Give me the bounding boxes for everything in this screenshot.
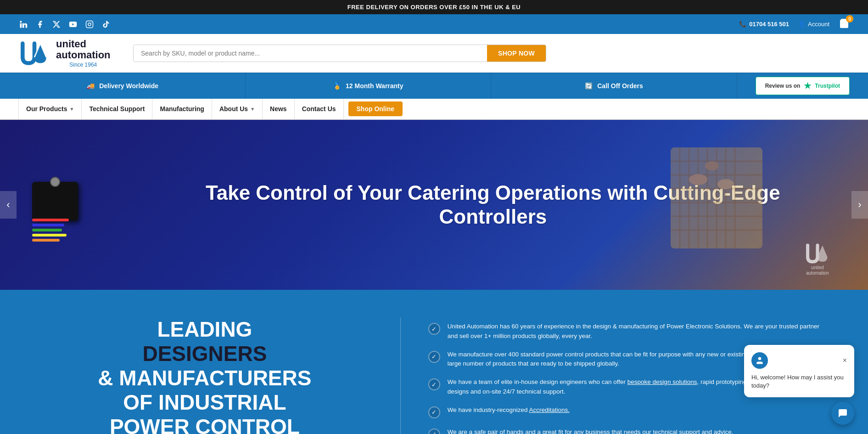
nav-bar: Our Products ▼ Technical Support Manufac…: [0, 99, 868, 120]
main-header: united automation Since 1964 SHOP NOW: [0, 34, 868, 73]
nav-contact-label: Contact Us: [302, 105, 336, 113]
right-actions: 📞 01704 516 501 👤 Account 0: [739, 18, 850, 30]
content-section: LEADING DESIGNERS & MANUFACTURERS OF IND…: [0, 290, 868, 434]
svg-point-24: [758, 357, 762, 360]
phone-text: 01704 516 501: [749, 21, 789, 28]
nav-news-label: News: [270, 105, 287, 113]
chat-bubble-button[interactable]: [831, 402, 854, 425]
check-text-1: United Automation has 60 years of experi…: [448, 322, 831, 341]
nav-item-technical-support[interactable]: Technical Support: [82, 99, 152, 119]
review-text: Review us on: [765, 83, 801, 89]
cart-count: 0: [846, 15, 853, 23]
nav-products-label: Our Products: [26, 105, 67, 113]
feature-calloff[interactable]: 🔄 Call Off Orders: [491, 73, 737, 99]
check-item-1: ✓ United Automation has 60 years of expe…: [428, 322, 831, 341]
hero-banner: ‹: [0, 120, 868, 290]
trustpilot-brand: Trustpilot: [815, 83, 840, 89]
trustpilot-star-icon: ★: [804, 81, 811, 91]
svg-point-22: [705, 161, 719, 170]
check-icon-5: ✓: [428, 428, 440, 434]
chat-widget: × Hi, welcome! How may I assist you toda…: [744, 345, 854, 397]
user-icon: 👤: [798, 21, 806, 28]
svg-point-21: [689, 174, 707, 185]
phone-number[interactable]: 📞 01704 516 501: [739, 21, 789, 28]
leading-line-4: OF INDUSTRIAL: [98, 390, 311, 415]
check-icon-3: ✓: [428, 378, 440, 390]
chevron-down-icon: ▼: [69, 107, 74, 112]
nav-about-label: About Us: [219, 105, 248, 113]
social-icons-group: [18, 19, 111, 29]
social-contact-bar: 📞 01704 516 501 👤 Account 0: [0, 14, 868, 34]
svg-rect-3: [86, 21, 93, 28]
feature-bar: 🚚 Delivery Worldwide 🏅 12 Month Warranty…: [0, 73, 868, 99]
hero-product-image: [28, 159, 119, 251]
linkedin-icon[interactable]: [18, 19, 28, 29]
check-icon-2: ✓: [428, 351, 440, 363]
phone-icon: 📞: [739, 21, 746, 28]
nav-technical-label: Technical Support: [89, 105, 145, 113]
svg-point-5: [91, 22, 92, 23]
logo-text: united automation Since 1964: [56, 39, 111, 68]
bespoke-link[interactable]: bespoke design solutions: [627, 378, 697, 385]
chat-message: Hi, welcome! How may I assist you today?: [751, 373, 847, 390]
leading-text-section: LEADING DESIGNERS & MANUFACTURERS OF IND…: [37, 317, 373, 434]
tiktok-icon[interactable]: [101, 19, 111, 29]
hero-next-button[interactable]: ›: [851, 191, 868, 219]
svg-rect-0: [20, 21, 22, 23]
search-bar: SHOP NOW: [133, 45, 546, 62]
chat-header: ×: [751, 352, 847, 369]
chevron-down-icon-2: ▼: [250, 107, 255, 112]
chat-close-button[interactable]: ×: [843, 356, 847, 365]
svg-rect-1: [20, 23, 22, 28]
nav-shop-online-label: Shop Online: [357, 105, 394, 113]
feature-warranty[interactable]: 🏅 12 Month Warranty: [246, 73, 491, 99]
nav-item-shop-online[interactable]: Shop Online: [348, 101, 403, 116]
nav-item-products[interactable]: Our Products ▼: [18, 99, 82, 119]
check-icon-4: ✓: [428, 406, 440, 418]
check-text-5: We are a safe pair of hands and a great …: [448, 428, 734, 434]
feature-warranty-label: 12 Month Warranty: [346, 82, 403, 90]
nav-manufacturing-label: Manufacturing: [160, 105, 204, 113]
nav-item-news[interactable]: News: [263, 99, 295, 119]
badge-icon: 🏅: [333, 82, 341, 90]
check-item-5: ✓ We are a safe pair of hands and a grea…: [428, 428, 831, 434]
svg-point-23: [717, 179, 734, 189]
announcement-text: FREE DELIVERY ON ORDERS OVER £50 IN THE …: [347, 4, 521, 11]
shop-now-button[interactable]: SHOP NOW: [487, 45, 546, 62]
youtube-icon[interactable]: [68, 19, 78, 29]
truck-icon: 🚚: [87, 82, 95, 90]
nav-item-about[interactable]: About Us ▼: [212, 99, 263, 119]
check-text-4: We have industry-recognized Accreditatio…: [448, 406, 570, 415]
instagram-icon[interactable]: [84, 19, 95, 29]
account-label: Account: [808, 21, 829, 28]
twitter-x-icon[interactable]: [51, 19, 62, 29]
brand-since: Since 1964: [56, 62, 111, 68]
logo[interactable]: united automation Since 1964: [18, 39, 119, 68]
nav-item-contact[interactable]: Contact Us: [295, 99, 344, 119]
brand-name-1: united: [56, 39, 111, 50]
section-divider: [400, 317, 401, 434]
trustpilot-button[interactable]: Review us on ★ Trustpilot: [756, 77, 850, 95]
brand-name-2: automation: [56, 50, 111, 61]
account-link[interactable]: 👤 Account: [798, 21, 829, 28]
leading-line-2: DESIGNERS: [98, 342, 311, 366]
leading-line-3: & MANUFACTURERS: [98, 366, 311, 390]
announcement-bar: FREE DELIVERY ON ORDERS OVER £50 IN THE …: [0, 0, 868, 14]
hero-watermark-logo: unitedautomation: [804, 242, 831, 276]
facebook-icon[interactable]: [35, 19, 45, 29]
search-input[interactable]: [134, 45, 487, 62]
leading-text: LEADING DESIGNERS & MANUFACTURERS OF IND…: [98, 317, 311, 434]
feature-calloff-label: Call Off Orders: [597, 82, 643, 90]
cart-icon[interactable]: 0: [839, 18, 850, 30]
leading-line-5: POWER CONTROL: [98, 415, 311, 434]
leading-line-1: LEADING: [98, 317, 311, 342]
check-item-4: ✓ We have industry-recognized Accreditat…: [428, 406, 831, 418]
svg-point-4: [88, 23, 91, 26]
refresh-icon: 🔄: [585, 82, 593, 90]
hero-food-image: [616, 120, 776, 290]
nav-item-manufacturing[interactable]: Manufacturing: [152, 99, 212, 119]
hero-prev-button[interactable]: ‹: [0, 191, 17, 219]
accreditations-link[interactable]: Accreditations.: [529, 406, 570, 413]
feature-delivery[interactable]: 🚚 Delivery Worldwide: [0, 73, 246, 99]
feature-delivery-label: Delivery Worldwide: [99, 82, 158, 90]
